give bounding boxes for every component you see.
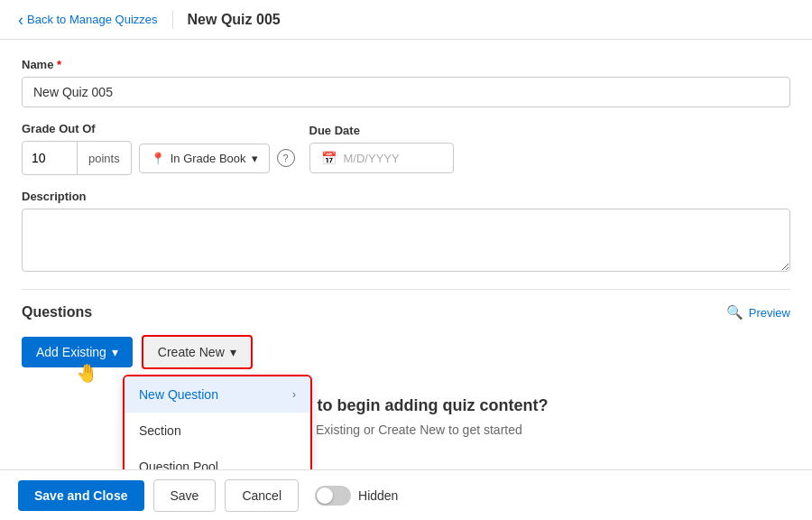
preview-label: Preview	[749, 306, 790, 320]
new-question-label: New Question	[139, 387, 218, 402]
preview-icon: 🔍	[726, 304, 743, 320]
pin-icon: 📍	[151, 152, 165, 165]
add-existing-chevron-icon: ▾	[112, 345, 118, 359]
description-field-group: Description	[22, 190, 790, 274]
page-header: Back to Manage Quizzes New Quiz 005	[0, 0, 812, 40]
header-divider	[172, 11, 173, 29]
name-field-group: Name *	[22, 58, 790, 107]
grade-label: Grade Out Of	[22, 122, 295, 135]
hidden-toggle-group: Hidden	[315, 486, 398, 506]
name-label: Name *	[22, 58, 790, 71]
questions-buttons-row: Add Existing ▾ Create New ▾ New Question…	[22, 335, 790, 369]
toggle-knob	[317, 488, 333, 504]
new-question-chevron-icon: ›	[292, 388, 296, 401]
grade-number-input[interactable]	[23, 144, 77, 172]
save-and-close-button[interactable]: Save and Close	[18, 480, 144, 511]
cancel-button[interactable]: Cancel	[225, 479, 299, 512]
chevron-down-icon: ▾	[252, 152, 258, 165]
name-input[interactable]	[22, 77, 790, 107]
create-new-label: Create New	[158, 345, 225, 359]
add-existing-label: Add Existing	[36, 345, 106, 359]
required-indicator: *	[53, 58, 61, 71]
due-date-label: Due Date	[309, 124, 454, 137]
due-date-input[interactable]: 📅 M/D/YYYY	[309, 143, 454, 173]
dropdown-item-question-pool[interactable]: Question Pool	[125, 449, 310, 469]
preview-link[interactable]: 🔍 Preview	[726, 304, 790, 320]
create-new-button[interactable]: Create New ▾	[142, 335, 253, 369]
back-to-quizzes-link[interactable]: Back to Manage Quizzes	[18, 12, 158, 28]
create-new-chevron-icon: ▾	[230, 345, 236, 359]
grade-book-label: In Grade Book	[171, 152, 246, 165]
save-button[interactable]: Save	[153, 479, 217, 512]
grade-points-label: points	[78, 144, 131, 172]
section-label: Section	[139, 423, 181, 438]
questions-title: Questions	[22, 304, 92, 320]
dropdown-item-section[interactable]: Section	[125, 413, 310, 449]
help-icon[interactable]: ?	[277, 149, 295, 167]
grade-book-button[interactable]: 📍 In Grade Book ▾	[139, 144, 270, 173]
dropdown-item-new-question[interactable]: New Question ›	[125, 376, 310, 413]
grade-inputs-wrapper: points	[22, 141, 132, 175]
description-textarea[interactable]	[22, 209, 790, 272]
questions-section: Questions 🔍 Preview Add Existing ▾ Creat…	[22, 289, 790, 437]
page-footer: Save and Close Save Cancel Hidden	[0, 469, 812, 520]
create-new-dropdown: New Question › Section Question Pool	[123, 375, 312, 469]
grade-group: Grade Out Of points 📍 In Grade Book ▾ ?	[22, 122, 295, 175]
name-label-text: Name	[22, 58, 53, 71]
grade-due-row: Grade Out Of points 📍 In Grade Book ▾ ? …	[22, 122, 790, 175]
main-content: Name * Grade Out Of points 📍 In Grade Bo…	[0, 40, 812, 469]
add-existing-button[interactable]: Add Existing ▾	[22, 337, 133, 367]
hidden-toggle[interactable]	[315, 486, 351, 506]
page-title: New Quiz 005	[188, 12, 281, 28]
due-date-group: Due Date 📅 M/D/YYYY	[309, 124, 454, 173]
question-pool-label: Question Pool	[139, 460, 218, 469]
questions-header: Questions 🔍 Preview	[22, 304, 790, 320]
calendar-icon: 📅	[321, 151, 337, 165]
due-date-placeholder: M/D/YYYY	[344, 152, 400, 165]
description-label: Description	[22, 190, 790, 203]
hidden-toggle-label: Hidden	[358, 488, 398, 503]
